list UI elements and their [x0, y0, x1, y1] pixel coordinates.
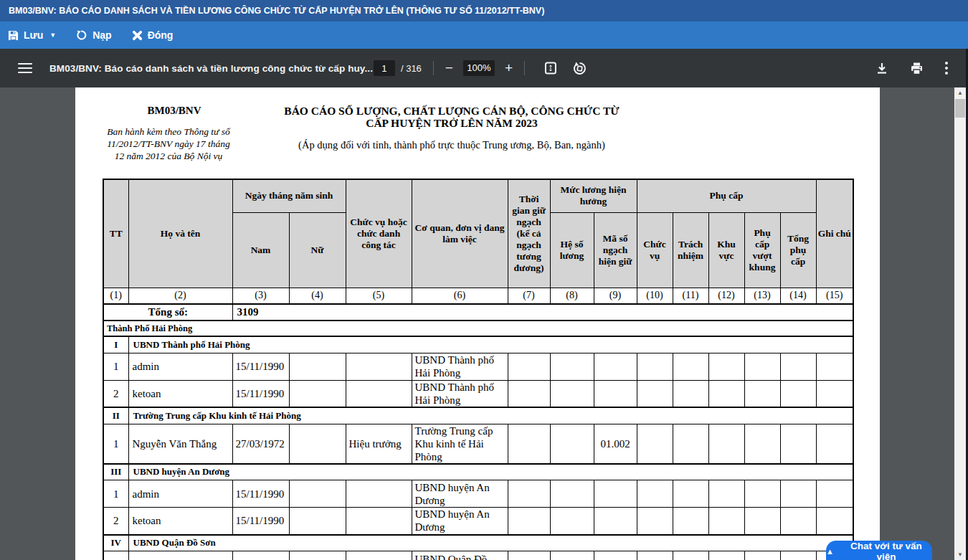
cell	[550, 508, 594, 535]
page-number-input[interactable]	[374, 60, 395, 76]
col-number-cell: (13)	[744, 288, 780, 304]
table-row: IIIUBND huyện An Dương	[103, 464, 853, 480]
cell	[816, 508, 853, 535]
table-row: UBND Quận Đồ	[103, 551, 853, 560]
reload-label: Nạp	[92, 29, 111, 41]
cell	[816, 424, 853, 464]
cell	[346, 551, 412, 560]
rotate-icon[interactable]	[572, 61, 587, 76]
close-button[interactable]: Đóng	[132, 29, 174, 41]
download-icon[interactable]	[876, 62, 888, 75]
cell: UBND Quận Đồ	[412, 551, 508, 560]
col-number-cell: (1)	[103, 288, 128, 304]
cell	[346, 480, 412, 508]
cell: admin	[128, 480, 232, 508]
vertical-scrollbar[interactable]: ▲ ▼	[954, 87, 966, 560]
col-header-allow-over-frame: Phụ cấp vượt khung	[744, 212, 780, 288]
column-number-row: (1)(2)(3)(4)(5)(6)(7)(8)(9)(10)(11)(12)(…	[103, 288, 853, 304]
col-number-cell: (10)	[637, 288, 673, 304]
menu-icon[interactable]	[18, 63, 32, 73]
cell	[289, 353, 346, 380]
table-row: IUBND Thành phố Hải Phòng	[103, 336, 853, 353]
pdf-toolbar: BM03/BNV: Báo cáo danh sách và tiền lươn…	[0, 49, 968, 87]
cell	[289, 380, 346, 407]
more-options-icon[interactable]	[945, 62, 948, 75]
cell: III	[103, 464, 128, 480]
col-number-cell: (14)	[780, 288, 816, 304]
cell	[673, 480, 708, 508]
col-header-allow-region: Khu vực	[708, 212, 744, 288]
save-icon	[8, 30, 19, 41]
cell: II	[103, 407, 128, 424]
fit-page-icon[interactable]	[544, 61, 558, 75]
cell: Hiệu trưởng	[346, 424, 412, 464]
cell	[780, 508, 816, 535]
cell	[780, 424, 816, 464]
save-button[interactable]: Lưu ▼	[8, 29, 56, 41]
cell	[637, 424, 673, 464]
close-icon	[132, 30, 143, 41]
cell	[708, 380, 744, 407]
cell	[508, 353, 550, 380]
col-number-cell: (12)	[708, 288, 744, 304]
col-header-allowance-group: Phụ cấp	[637, 179, 816, 212]
chat-button[interactable]: ▲ Chat với tư vấn viên	[826, 541, 932, 560]
pdf-action-buttons	[876, 62, 968, 75]
pdf-viewer-area[interactable]: BM03/BNV Ban hành kèm theo Thông tư số 1…	[0, 87, 954, 560]
cell	[673, 424, 708, 464]
col-number-cell: (9)	[594, 288, 637, 304]
cell	[346, 380, 412, 407]
cell: UBND huyện An Dương	[128, 464, 853, 480]
cell	[594, 353, 637, 380]
scrollbar-thumb[interactable]	[955, 99, 965, 118]
cell: 1	[103, 353, 128, 380]
cell	[744, 551, 780, 560]
zoom-out-button[interactable]: −	[445, 61, 453, 75]
col-header-tenure: Thời gian giữ ngạch (kể cả ngạch tương đ…	[508, 179, 550, 288]
cell: admin	[128, 353, 232, 380]
cell: Trường Trung cấp Khu kinh tế Hải Phòng	[128, 407, 853, 424]
cell	[594, 508, 637, 535]
col-number-cell: (3)	[232, 288, 289, 304]
zoom-in-button[interactable]: +	[505, 61, 513, 75]
cell	[594, 380, 637, 407]
cell	[637, 380, 673, 407]
scroll-down-icon[interactable]: ▼	[954, 549, 966, 560]
table-row: Thành Phố Hải Phòng	[103, 321, 853, 336]
cell	[232, 551, 289, 560]
cell	[708, 551, 744, 560]
cell	[346, 508, 412, 535]
print-icon[interactable]	[910, 62, 924, 75]
cell: ketoan	[128, 508, 232, 535]
cell	[289, 508, 346, 535]
cell: UBND huyện An Dương	[412, 508, 508, 535]
col-number-cell: (15)	[816, 288, 853, 304]
table-row: 2ketoan15/11/1990UBND Thành phố Hải Phòn…	[103, 380, 853, 407]
reload-button[interactable]: Nạp	[76, 29, 111, 41]
col-number-cell: (7)	[508, 288, 550, 304]
cell	[780, 551, 816, 560]
cell: 15/11/1990	[232, 353, 289, 380]
page-total-label: / 316	[401, 63, 422, 74]
table-row: 1Nguyễn Văn Thắng27/03/1972Hiệu trưởngTr…	[103, 424, 853, 464]
pdf-page: BM03/BNV Ban hành kèm theo Thông tư số 1…	[75, 87, 880, 560]
cell: ketoan	[128, 380, 232, 407]
scroll-up-icon[interactable]: ▲	[954, 87, 966, 98]
col-header-nam: Nam	[232, 212, 289, 288]
cell: 01.002	[594, 424, 637, 464]
table-row: IITrường Trung cấp Khu kinh tế Hải Phòng	[103, 407, 853, 424]
chat-arrow-icon: ▲	[826, 548, 834, 556]
app-toolbar: Lưu ▼ Nạp Đóng	[0, 22, 968, 49]
cell	[744, 508, 780, 535]
cell	[780, 353, 816, 380]
window-titlebar: BM03/BNV: BÁO CÁO DANH SÁCH VÀ TIỀN LƯƠN…	[0, 0, 968, 22]
col-header-dob-group: Ngày tháng năm sinh	[232, 179, 346, 212]
col-number-cell: (6)	[412, 288, 508, 304]
window-title: BM03/BNV: BÁO CÁO DANH SÁCH VÀ TIỀN LƯƠN…	[9, 6, 544, 16]
divider	[433, 61, 434, 75]
cell: 2	[103, 380, 128, 407]
cell	[637, 480, 673, 508]
cell: UBND huyện An Dương	[412, 480, 508, 508]
divider	[524, 61, 525, 75]
cell: Thành Phố Hải Phòng	[103, 321, 853, 336]
